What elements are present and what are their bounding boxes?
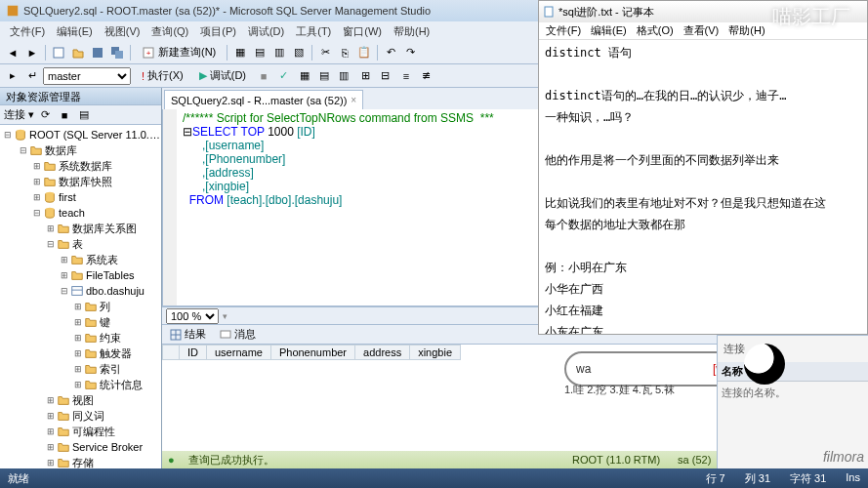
new-query-button[interactable]: + 新建查询(N) — [135, 43, 223, 62]
tree-node[interactable]: ⊟数据库 — [0, 142, 161, 158]
stop-button[interactable]: ■ — [255, 67, 272, 85]
grid-header[interactable]: username — [207, 346, 271, 360]
expand-icon[interactable]: ⊞ — [31, 177, 43, 186]
tree-node[interactable]: ⊟teach — [0, 205, 161, 221]
grid-header[interactable]: address — [355, 346, 410, 360]
menu-item[interactable]: 帮助(H) — [390, 24, 434, 39]
comment-button[interactable]: ≡ — [397, 67, 415, 85]
expand-icon[interactable]: ⊞ — [72, 364, 84, 374]
expand-icon[interactable]: ⊞ — [45, 395, 57, 405]
tree-node[interactable]: ⊞可编程性 — [0, 424, 161, 439]
tree-node[interactable]: ⊞Service Broker — [0, 439, 161, 455]
tree-node[interactable]: ⊟表 — [0, 236, 161, 252]
tree-node[interactable]: ⊞first — [0, 189, 161, 205]
tb2-e[interactable]: ⊟ — [376, 67, 393, 85]
tb-icon-4[interactable]: ▧ — [290, 44, 308, 61]
tree-node[interactable]: ⊞视图 — [0, 392, 161, 408]
new-project-button[interactable] — [50, 44, 67, 61]
notepad-menu-item[interactable]: 帮助(H) — [725, 23, 767, 38]
zoom-selector[interactable]: 100 % — [166, 308, 219, 324]
menu-item[interactable]: 编辑(E) — [53, 24, 97, 39]
menu-item[interactable]: 项目(P) — [196, 24, 240, 39]
tree-node[interactable]: ⊞索引 — [0, 361, 161, 377]
tb2-c[interactable]: ▥ — [335, 67, 352, 85]
debug-button[interactable]: ▶ 调试(D) — [192, 66, 253, 86]
expand-icon[interactable]: ⊞ — [45, 411, 57, 421]
tb2-b[interactable]: ▤ — [315, 67, 333, 85]
tree-node[interactable]: ⊞列 — [0, 299, 161, 314]
oe-icon-2[interactable]: ■ — [56, 106, 73, 124]
cut-button[interactable]: ✂ — [316, 44, 334, 61]
execute-button[interactable]: ! 执行(X) — [135, 66, 190, 86]
grid-header[interactable]: xingbie — [410, 346, 461, 360]
tree-node[interactable]: ⊞数据库关系图 — [0, 221, 161, 236]
tree-node[interactable]: ⊞系统数据库 — [0, 158, 161, 174]
save-all-button[interactable] — [108, 44, 126, 61]
redo-button[interactable]: ↷ — [401, 44, 419, 61]
expand-icon[interactable]: ⊞ — [72, 317, 84, 327]
expand-icon[interactable]: ⊞ — [72, 302, 84, 311]
notepad-menu-item[interactable]: 查看(V) — [681, 23, 723, 38]
tree-node[interactable]: ⊞约束 — [0, 330, 161, 346]
menu-item[interactable]: 调试(D) — [244, 24, 288, 39]
connect-dropdown[interactable]: 连接 ▾ — [4, 107, 34, 122]
grid-header[interactable] — [163, 346, 180, 360]
grid-header[interactable]: Phonenumber — [270, 346, 354, 360]
expand-icon[interactable]: ⊞ — [59, 255, 70, 264]
expand-icon[interactable]: ⊞ — [45, 427, 57, 436]
notepad-menu-item[interactable]: 文件(F) — [543, 23, 584, 38]
database-selector[interactable]: master — [43, 67, 131, 85]
save-button[interactable] — [89, 44, 106, 61]
tree-node[interactable]: ⊞统计信息 — [0, 377, 161, 392]
menu-item[interactable]: 查询(Q) — [147, 24, 192, 39]
tree-node[interactable]: ⊞存储 — [0, 455, 161, 468]
tree-node[interactable]: ⊞同义词 — [0, 408, 161, 424]
open-button[interactable] — [69, 44, 87, 61]
menu-item[interactable]: 文件(F) — [6, 24, 49, 39]
tree-node[interactable]: ⊞触发器 — [0, 346, 161, 361]
notepad-menu-item[interactable]: 格式(O) — [634, 23, 677, 38]
code-content[interactable]: /****** Script for SelectTopNRows comman… — [177, 109, 500, 305]
copy-button[interactable]: ⎘ — [336, 44, 353, 61]
results-tab[interactable]: 结果 — [166, 327, 210, 342]
undo-button[interactable]: ↶ — [382, 44, 399, 61]
tree-node[interactable]: ⊞键 — [0, 314, 161, 330]
tree-root[interactable]: ⊟ ROOT (SQL Server 11.0.2100 - sa — [0, 127, 161, 142]
tree-node[interactable]: ⊟dbo.dashuju — [0, 283, 161, 299]
tb2-d[interactable]: ⊞ — [356, 67, 374, 85]
expand-icon[interactable]: ⊟ — [59, 286, 70, 296]
tb-icon-3[interactable]: ▥ — [270, 44, 288, 61]
expand-icon[interactable]: ⊞ — [31, 161, 43, 171]
oe-icon-1[interactable]: ⟳ — [36, 106, 54, 124]
menu-item[interactable]: 窗口(W) — [339, 24, 386, 39]
tab-close-icon[interactable]: × — [351, 95, 356, 105]
notepad-menu-item[interactable]: 编辑(E) — [588, 23, 630, 38]
back-button[interactable]: ◄ — [4, 44, 21, 61]
oe-icon-3[interactable]: ▤ — [75, 106, 93, 124]
menu-item[interactable]: 工具(T) — [292, 24, 335, 39]
messages-tab[interactable]: 消息 — [216, 327, 260, 342]
expand-icon[interactable]: ⊞ — [45, 442, 57, 452]
tb2-a[interactable]: ▦ — [296, 67, 313, 85]
expand-icon[interactable]: ⊟ — [2, 130, 14, 140]
expand-icon[interactable]: ⊞ — [45, 458, 57, 468]
notepad-text-area[interactable]: distinct 语句 distinct语句的…在我的日…的认识少，迪子… 一种… — [539, 40, 867, 334]
expand-icon[interactable]: ⊟ — [45, 239, 57, 249]
tree-node[interactable]: ⊞FileTables — [0, 267, 161, 283]
object-tree[interactable]: ⊟ ROOT (SQL Server 11.0.2100 - sa ⊟数据库⊞系… — [0, 125, 161, 468]
forward-button[interactable]: ► — [23, 44, 41, 61]
grid-header[interactable]: ID — [180, 346, 207, 360]
uncomment-button[interactable]: ≢ — [417, 67, 434, 85]
parse-button[interactable]: ✓ — [274, 67, 292, 85]
tree-node[interactable]: ⊞系统表 — [0, 252, 161, 267]
notepad-window[interactable]: *sql进阶.txt - 记事本 文件(F)编辑(E)格式(O)查看(V)帮助(… — [538, 0, 868, 335]
expand-icon[interactable]: ⊞ — [72, 333, 84, 343]
expand-icon[interactable]: ⊞ — [72, 348, 84, 358]
tree-node[interactable]: ⊞数据库快照 — [0, 174, 161, 189]
tb2-icon-2[interactable]: ↵ — [23, 67, 41, 85]
expand-icon[interactable]: ⊞ — [31, 192, 43, 202]
editor-tab[interactable]: SQLQuery2.sql - R...master (sa (52)) × — [164, 90, 363, 109]
expand-icon[interactable]: ⊞ — [72, 380, 84, 389]
tb-icon-2[interactable]: ▤ — [251, 44, 269, 61]
expand-icon[interactable]: ⊟ — [18, 145, 29, 155]
